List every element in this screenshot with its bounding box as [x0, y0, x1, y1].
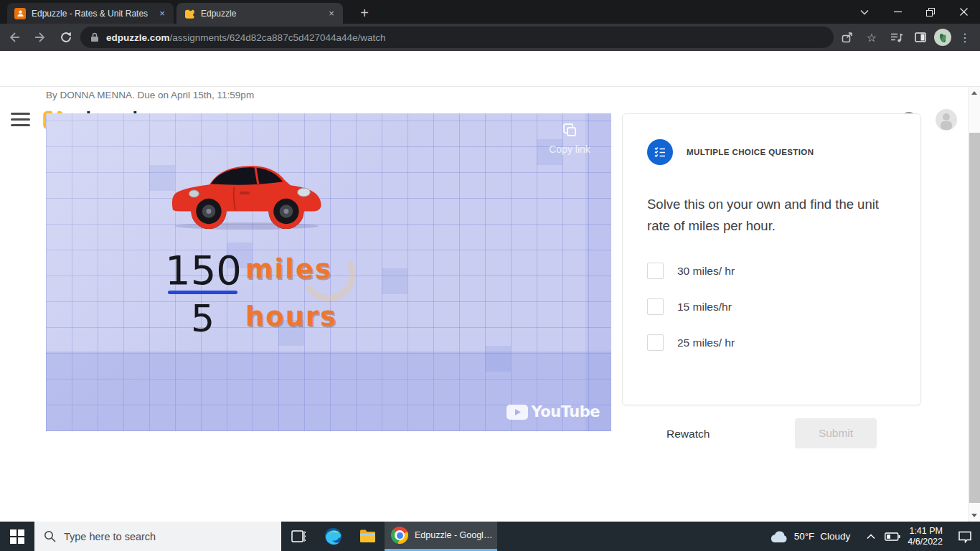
scroll-down-icon[interactable] [969, 509, 980, 522]
video-player[interactable]: 150 5 miles hours Copy link YouTube [46, 113, 611, 431]
weather-widget[interactable]: 50°F Cloudy [769, 529, 851, 543]
reload-button[interactable] [55, 26, 77, 49]
copy-link-label: Copy link [542, 143, 597, 155]
youtube-watermark[interactable]: YouTube [507, 403, 600, 420]
cloud-icon [769, 529, 788, 543]
fraction-numerator: 150 [165, 247, 237, 293]
url-text: edpuzzle.com/assignments/624d82ca887c5d4… [106, 32, 386, 43]
bookmark-star-icon[interactable]: ☆ [861, 27, 882, 48]
youtube-label: YouTube [532, 403, 600, 420]
tray-chevron-up-icon[interactable] [860, 522, 882, 551]
options-list: 30 miles/ hr 15 miles/hr 25 miles/ hr [647, 263, 896, 351]
share-icon[interactable] [837, 27, 858, 48]
rewatch-button[interactable]: Rewatch [666, 428, 710, 441]
option-row-25[interactable]: 25 miles/ hr [647, 334, 896, 351]
side-panel-icon[interactable] [910, 27, 931, 48]
notifications-icon[interactable] [950, 522, 980, 551]
option-checkbox[interactable] [647, 298, 664, 315]
scrollbar-thumb[interactable] [969, 133, 980, 503]
battery-icon[interactable] [882, 522, 903, 551]
edpuzzle-favicon-icon [184, 8, 195, 19]
restore-button[interactable] [914, 0, 947, 24]
close-button[interactable] [947, 0, 980, 24]
tab-close-icon[interactable]: × [156, 8, 168, 19]
unit-miles-label: miles [245, 254, 332, 285]
browser-tab-rates[interactable]: Edpuzzle - Rates & Unit Rates × [7, 3, 174, 24]
option-row-15[interactable]: 15 miles/hr [647, 298, 896, 315]
toolbar-right-icons: ☆ ⋮ [837, 26, 976, 49]
system-tray: 50°F Cloudy 1:41 PM 4/6/2022 [769, 522, 980, 551]
scroll-up-icon[interactable] [969, 87, 980, 99]
file-explorer-icon[interactable] [350, 522, 385, 551]
option-checkbox[interactable] [647, 263, 664, 279]
red-car-image [165, 155, 329, 231]
question-type-label: MULTIPLE CHOICE QUESTION [687, 148, 814, 156]
unit-hours-label: hours [245, 301, 337, 332]
forward-button[interactable] [29, 26, 52, 49]
task-view-icon[interactable] [281, 522, 316, 551]
option-label: 30 miles/ hr [677, 265, 735, 278]
copy-icon [562, 122, 578, 138]
copy-link-button[interactable]: Copy link [542, 122, 597, 155]
weather-condition: Cloudy [820, 531, 850, 542]
youtube-play-icon [507, 405, 528, 420]
weather-temp: 50°F [794, 531, 815, 542]
tab-title: Edpuzzle - Rates & Unit Rates [32, 9, 152, 19]
lock-icon [90, 32, 99, 42]
hamburger-menu-icon[interactable] [11, 113, 30, 127]
clock-date: 4/6/2022 [908, 537, 943, 547]
taskbar-chrome-window[interactable]: Edpuzzle - Google ... [385, 522, 497, 551]
tab-search-chevron-icon[interactable] [848, 0, 881, 24]
option-label: 15 miles/hr [677, 301, 732, 314]
address-bar[interactable]: edpuzzle.com/assignments/624d82ca887c5d4… [80, 27, 834, 48]
browser-toolbar: edpuzzle.com/assignments/624d82ca887c5d4… [0, 24, 980, 51]
submit-button[interactable]: Submit [795, 418, 877, 448]
url-domain: edpuzzle.com [106, 32, 170, 43]
search-icon [44, 530, 56, 542]
edpuzzle-header: edpuzzle ? [0, 51, 980, 87]
browser-profile-avatar[interactable] [934, 29, 951, 46]
option-row-30[interactable]: 30 miles/ hr [647, 263, 896, 279]
browser-menu-icon[interactable]: ⋮ [954, 27, 976, 48]
question-card: MULTIPLE CHOICE QUESTION Solve this on y… [622, 113, 921, 405]
option-checkbox[interactable] [647, 334, 664, 351]
screen: Edpuzzle - Rates & Unit Rates × Edpuzzle… [0, 0, 980, 551]
browser-tab-strip: Edpuzzle - Rates & Unit Rates × Edpuzzle… [0, 0, 980, 24]
new-tab-button[interactable]: + [354, 4, 374, 24]
start-button[interactable] [0, 522, 34, 551]
taskbar-clock[interactable]: 1:41 PM 4/6/2022 [908, 526, 943, 547]
media-controls-icon[interactable] [885, 27, 907, 48]
fraction-bar [168, 291, 237, 294]
assignment-byline: By DONNA MENNA. Due on April 15th, 11:59… [46, 90, 254, 100]
minimize-button[interactable] [881, 0, 914, 24]
browser-tab-edpuzzle[interactable]: Edpuzzle × [176, 3, 343, 24]
question-text: Solve this on your own and find the unit… [647, 194, 895, 237]
clock-time: 1:41 PM [908, 526, 943, 537]
search-input[interactable] [64, 531, 258, 542]
multiple-choice-icon [647, 139, 673, 165]
question-type-row: MULTIPLE CHOICE QUESTION [647, 139, 896, 165]
chrome-icon [391, 527, 408, 544]
back-button[interactable] [3, 26, 26, 49]
page-scrollbar[interactable] [968, 87, 980, 522]
taskbar-search-box[interactable] [34, 522, 281, 551]
video-grid-band [585, 113, 611, 431]
url-path: /assignments/624d82ca887c5d427044a44e/wa… [170, 32, 386, 43]
person-favicon-icon [14, 8, 26, 19]
edge-icon[interactable] [316, 522, 350, 551]
tab-title: Edpuzzle [201, 9, 321, 19]
chrome-window-title: Edpuzzle - Google ... [415, 530, 495, 540]
window-controls [848, 0, 980, 24]
user-avatar[interactable] [936, 109, 957, 131]
option-label: 25 miles/ hr [677, 336, 735, 349]
fraction-denominator: 5 [168, 297, 237, 340]
tab-close-icon[interactable]: × [326, 8, 337, 19]
